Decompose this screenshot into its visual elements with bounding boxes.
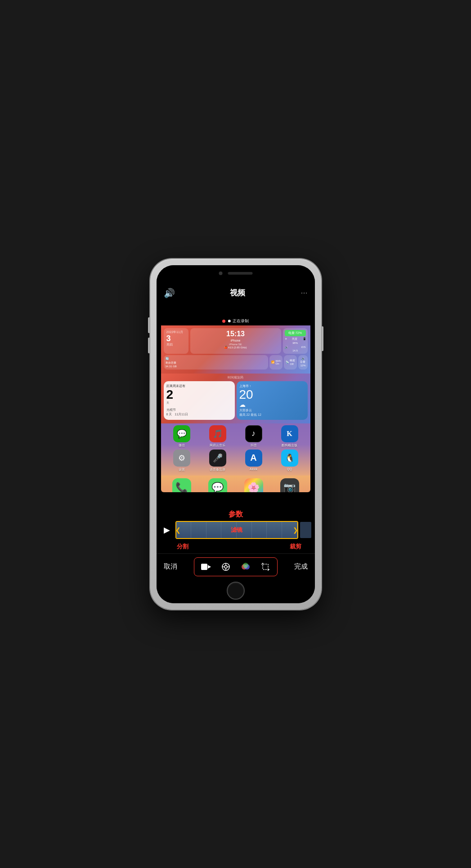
- more-icon[interactable]: ···: [301, 288, 307, 298]
- recording-text: ⏺ 正在录制: [227, 318, 249, 324]
- bottom-controls: 参数 ▶ ❮: [157, 506, 315, 603]
- phone-frame: 🔊 视频 ··· ⏺ 正在录制 2022年11月: [150, 259, 321, 610]
- volume-down-button[interactable]: [148, 338, 150, 353]
- svg-rect-11: [263, 564, 268, 570]
- netease-music-icon[interactable]: 🎵 网易云音乐: [206, 425, 229, 448]
- photos-dock-icon[interactable]: 🌸: [242, 478, 265, 492]
- date-box: 2022年11月 3 周四: [164, 328, 188, 354]
- frame-3: [206, 522, 222, 538]
- apps-row-2: ⚙ 设置 🎤 语音备忘录 A Alook: [164, 450, 308, 472]
- camera-dock-icon[interactable]: 📷: [278, 478, 301, 492]
- home-button[interactable]: [227, 582, 245, 600]
- widgets-area: 时间规划局 距离周末还有 2 天 光棍节: [161, 374, 310, 423]
- timeline-row: ▶ ❮ 滤: [157, 521, 315, 539]
- kugou-icon[interactable]: K 酷狗概念版: [278, 425, 301, 448]
- apps-row-1: 💬 微信 🎵 网易云音乐 ♪ 抖音: [164, 425, 308, 448]
- svg-rect-0: [201, 564, 207, 570]
- done-button[interactable]: 完成: [294, 562, 308, 571]
- storage-box: 🔄 剩余容量 34.31 GB: [164, 355, 269, 369]
- wechat-icon[interactable]: 💬 微信: [170, 425, 193, 448]
- info-widget: 2022年11月 3 周四 15:13 iPhone iPhone SE 🍎 A…: [161, 325, 310, 374]
- frame-6: [252, 522, 267, 538]
- frame-2: [191, 522, 206, 538]
- speaker-icon: [228, 272, 252, 275]
- recording-indicator: ⏺ 正在录制: [161, 317, 310, 325]
- frame-7: [267, 522, 282, 538]
- timeline-track[interactable]: ❮ 滤镜 ❯: [175, 521, 298, 539]
- volume-box: 🔊 音量 12%: [298, 355, 307, 369]
- power-button[interactable]: [322, 326, 323, 351]
- split-label: 分割: [177, 543, 188, 551]
- time-box: 15:13 iPhone iPhone SE 🍎 A13 (2.65 GHz): [190, 328, 281, 354]
- crop-label: 裁剪: [290, 543, 301, 551]
- play-button[interactable]: ▶: [160, 523, 174, 537]
- phone-dock-icon[interactable]: 📞: [170, 478, 193, 492]
- apps-grid: 💬 微信 🎵 网易云音乐 ♪ 抖音: [161, 423, 310, 476]
- countdown-widget: 距离周末还有 2 天 光棍节 8 天 11月11日: [164, 381, 235, 420]
- params-label: 参数: [157, 510, 315, 519]
- alook-icon[interactable]: A Alook: [242, 450, 265, 472]
- svg-point-7: [224, 565, 227, 568]
- battery-box: 电量:72% ☀ 亮度 📱 38% 🔊: [283, 328, 308, 354]
- video-preview: ⏺ 正在录制 2022年11月 3 周四 15:13 i: [157, 303, 315, 506]
- app-header: 🔊 视频 ···: [157, 265, 315, 303]
- app-content: 🔊 视频 ··· ⏺ 正在录制 2022年11月: [157, 265, 315, 603]
- toolbar: 取消: [157, 553, 315, 580]
- cellular-box: 📡 蜂窝 Off: [284, 355, 297, 369]
- phone-top-bar: [219, 272, 252, 275]
- cancel-button[interactable]: 取消: [164, 562, 177, 571]
- screen-recording: ⏺ 正在录制 2022年11月 3 周四 15:13 i: [161, 317, 310, 492]
- filter-tool[interactable]: [239, 561, 252, 573]
- phone-screen: 🔊 视频 ··· ⏺ 正在录制 2022年11月: [157, 265, 315, 603]
- timeline-left-arrow[interactable]: ❮: [175, 526, 181, 534]
- volume-up-button[interactable]: [148, 317, 150, 333]
- recording-dot: [222, 320, 225, 323]
- tools-group: [194, 557, 278, 576]
- volume-icon[interactable]: 🔊: [164, 288, 175, 298]
- annotation-row: 分割 裁剪: [157, 543, 315, 552]
- dock: 📞 💬 🌸 📷: [161, 476, 310, 492]
- timeline-right-arrow[interactable]: ❯: [293, 526, 298, 534]
- voice-memo-icon[interactable]: 🎤 语音备忘录: [206, 450, 229, 472]
- svg-marker-1: [208, 565, 211, 569]
- adjust-tool[interactable]: [220, 561, 232, 573]
- video-clip-tool[interactable]: [200, 561, 212, 573]
- svg-point-10: [243, 563, 248, 568]
- camera-icon: [219, 272, 222, 275]
- tiktok-icon[interactable]: ♪ 抖音: [242, 425, 265, 448]
- messages-dock-icon[interactable]: 💬: [206, 478, 229, 492]
- wifi-box: 📶 WiFi On: [269, 355, 283, 369]
- qq-icon[interactable]: 🐧 QQ: [278, 450, 301, 472]
- settings-icon[interactable]: ⚙ 设置: [170, 450, 193, 472]
- weather-widget: 上海市 ↑ 20 ☁ 大部多云 最高 22 最低 12: [237, 381, 308, 420]
- page-title: 视频: [230, 288, 245, 298]
- filter-label: 滤镜: [231, 526, 242, 534]
- crop-tool[interactable]: [259, 561, 272, 573]
- timeline-extra-frames: [300, 522, 311, 538]
